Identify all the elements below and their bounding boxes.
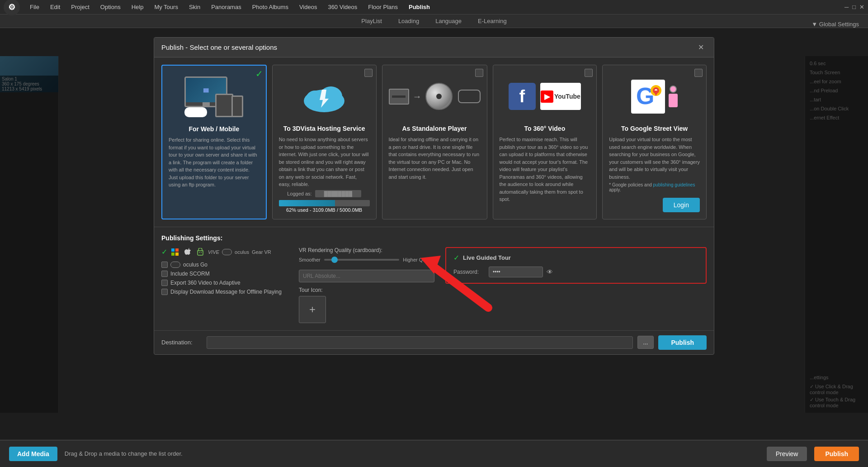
menu-publish[interactable]: Publish [404, 2, 434, 12]
svg-point-15 [201, 252, 202, 253]
menu-panoramas[interactable]: Panoramas [207, 2, 245, 12]
second-toolbar: PlayList Loading Language E-Learning ▼ G… [0, 14, 868, 28]
option-google-street-view[interactable]: G [602, 65, 707, 219]
oculus-label: oculus [235, 249, 249, 255]
destination-input[interactable] [207, 336, 633, 349]
preview-button[interactable]: Preview [767, 447, 807, 461]
oculus-go-label: oculus Go [183, 262, 208, 268]
google-maps-svg: G [632, 81, 664, 112]
settings-col-left: ✓ VIVE [161, 247, 288, 298]
standalone-title: As Standalone Player [402, 125, 467, 132]
menu-360-videos[interactable]: 360 Videos [323, 2, 362, 12]
smoother-label: Smoother [299, 257, 321, 262]
publishing-settings: Publishing Settings: ✓ [154, 227, 714, 330]
oculus-icon [222, 249, 232, 255]
destination-bar: Destination: ... Publish [154, 330, 714, 354]
svg-text:G: G [636, 83, 654, 109]
toolbar-playlist[interactable]: PlayList [358, 16, 386, 26]
password-eye-icon[interactable]: 👁 [547, 268, 553, 276]
standalone-icon-area: → [389, 71, 481, 121]
gsv-checkbox[interactable] [694, 69, 703, 77]
publishing-guidelines-link[interactable]: publishing guidelines [653, 182, 695, 187]
global-settings[interactable]: ▼ Global Settings [811, 21, 859, 28]
toolbar-loading[interactable]: Loading [395, 16, 423, 26]
option-360-video[interactable]: f ▶ YouTube To 360° Video Perfect to max… [493, 65, 597, 219]
360video-checkbox[interactable] [585, 69, 593, 77]
app-logo: ⚙ [4, 0, 20, 15]
publish-button[interactable]: Publish [658, 335, 707, 350]
export-360-checkbox[interactable] [161, 280, 168, 286]
gear-vr-label: Gear VR [252, 249, 271, 255]
settings-col-mid: VR Rendering Quality (cardboard): Smooth… [299, 247, 434, 323]
menu-my-tours[interactable]: My Tours [150, 2, 183, 12]
web-mobile-desc: Perfect for sharing online. Select this … [169, 136, 259, 189]
bottom-publish-button[interactable]: Publish [814, 447, 859, 461]
apple-icon [183, 247, 193, 257]
vive-label: VIVE [208, 249, 219, 255]
toolbar-elearning[interactable]: E-Learning [474, 16, 510, 26]
destination-browse-button[interactable]: ... [637, 336, 654, 349]
oculus-go-row: oculus Go [161, 262, 288, 268]
gsv-login-button[interactable]: Login [663, 198, 700, 212]
svg-rect-11 [175, 248, 179, 252]
web-mobile-title: For Web / Mobile [189, 125, 240, 133]
standalone-checkbox[interactable] [475, 69, 483, 77]
tour-icon-plus: + [309, 303, 316, 316]
slider-track[interactable] [324, 259, 400, 261]
option-web-mobile[interactable]: ✓ ▓▓ [161, 65, 267, 219]
oculus-go-checkbox[interactable] [161, 262, 168, 268]
download-message-row: Display Download Message for Offline Pla… [161, 289, 288, 295]
modal-close-button[interactable]: ✕ [695, 42, 707, 52]
toolbar-language[interactable]: Language [432, 16, 465, 26]
storage-bar: 62% used - 3109.0MB / 5000.0MB [279, 200, 370, 213]
hosting-icon-area [279, 71, 370, 121]
password-label: Password: [453, 269, 485, 275]
menu-photo-albums[interactable]: Photo Albums [248, 2, 293, 12]
menu-file[interactable]: File [25, 2, 44, 12]
menu-videos[interactable]: Videos [295, 2, 322, 12]
svg-rect-10 [171, 248, 175, 252]
vr-quality-label: VR Rendering Quality (cardboard): [299, 247, 434, 253]
menu-floor-plans[interactable]: Floor Plans [363, 2, 402, 12]
download-message-label: Display Download Message for Offline Pla… [170, 289, 282, 295]
include-scorm-checkbox[interactable] [161, 271, 168, 277]
option-standalone[interactable]: → As Standalone Player Ideal for sharing… [382, 65, 487, 219]
menu-help[interactable]: Help [127, 2, 148, 12]
menu-edit[interactable]: Edit [46, 2, 65, 12]
gsv-title: To Google Street View [621, 125, 688, 132]
menu-skin[interactable]: Skin [184, 2, 205, 12]
web-mobile-icon-area: ▓▓ [169, 72, 259, 122]
menu-project[interactable]: Project [66, 2, 94, 12]
password-input[interactable] [489, 267, 543, 277]
export-360-label: Export 360 Video to Adaptive [170, 280, 241, 286]
url-input[interactable] [299, 270, 434, 282]
option-3dvista-hosting[interactable]: To 3DVista Hosting Service No need to kn… [272, 65, 377, 219]
modal-title: Publish - Select one or several options [161, 43, 277, 51]
selected-checkmark: ✓ [255, 68, 263, 79]
bottom-bar: Add Media Drag & Drop a media to change … [0, 440, 868, 467]
bottom-hint: Drag & Drop a media to change the list o… [65, 450, 183, 457]
tour-icon-box[interactable]: + [299, 296, 326, 323]
hosting-checkbox[interactable] [364, 69, 373, 77]
svg-rect-13 [175, 253, 179, 256]
options-grid: ✓ ▓▓ [154, 57, 714, 227]
download-message-checkbox[interactable] [161, 289, 168, 295]
settings-row: ✓ VIVE [161, 247, 707, 323]
destination-label: Destination: [161, 339, 202, 346]
360video-title: To 360° Video [524, 125, 566, 132]
platform-check: ✓ [161, 248, 167, 256]
svg-point-14 [199, 252, 200, 253]
vr-quality-slider[interactable]: Smoother Higher Quality [299, 257, 434, 262]
android-icon [195, 247, 205, 257]
lgt-label: Live Guided Tour [463, 254, 511, 261]
gsv-icon-area: G [609, 71, 700, 121]
menu-options[interactable]: Options [96, 2, 125, 12]
hosting-desc: No need to know anything about servers o… [279, 136, 370, 188]
tour-icon-label: Tour Icon: [299, 287, 434, 293]
add-media-button[interactable]: Add Media [9, 447, 57, 461]
modal-header: Publish - Select one or several options … [154, 38, 714, 57]
lgt-check[interactable]: ✓ [453, 253, 459, 262]
password-row: Password: 👁 [453, 267, 698, 277]
oculus-go-icon [170, 262, 180, 268]
slider-thumb[interactable] [331, 257, 338, 263]
